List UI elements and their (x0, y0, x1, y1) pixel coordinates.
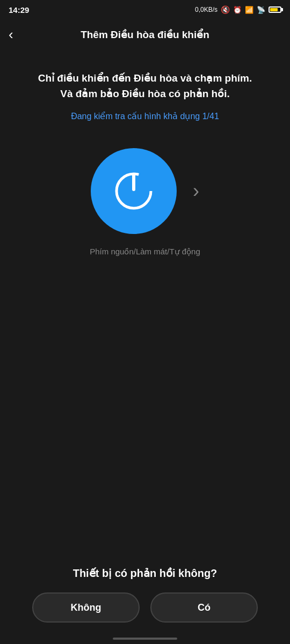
network-speed: 0,0KB/s (195, 6, 218, 13)
battery-fill (270, 8, 278, 11)
header: ‹ Thêm Điều hòa điều khiển (0, 19, 290, 49)
bottom-section: Thiết bị có phản hồi không? Không Có (0, 554, 290, 644)
power-button[interactable] (91, 148, 177, 234)
power-icon (115, 172, 153, 210)
question-text: Thiết bị có phản hồi không? (16, 567, 274, 580)
button-row: Không Có (16, 592, 274, 623)
power-button-label: Phím nguồn/Làm mát/Tự động (16, 247, 274, 257)
instruction-text: Chỉ điều khiển đến Điều hòa và chạm phím… (16, 71, 274, 101)
page-title: Thêm Điều hòa điều khiển (81, 28, 209, 41)
main-content: Chỉ điều khiển đến Điều hòa và chạm phím… (0, 49, 290, 267)
back-button[interactable]: ‹ (9, 27, 13, 41)
no-button[interactable]: Không (32, 592, 140, 623)
power-section: › (16, 148, 274, 234)
status-bar: 14:29 0,0KB/s 🔇 ⏰ 📶 📡 (0, 0, 290, 19)
alarm-icon: ⏰ (233, 6, 242, 14)
signal-icon: 📶 (245, 6, 253, 14)
home-indicator (113, 638, 177, 640)
next-chevron-icon[interactable]: › (193, 180, 199, 202)
status-time: 14:29 (9, 5, 29, 14)
status-icons: 0,0KB/s 🔇 ⏰ 📶 📡 (195, 5, 281, 14)
battery-icon (269, 6, 281, 13)
checking-status-text: Đang kiểm tra cấu hình khả dụng 1/41 (16, 111, 274, 121)
yes-button[interactable]: Có (150, 592, 258, 623)
mute-icon: 🔇 (221, 5, 230, 14)
wifi-icon: 📡 (257, 6, 265, 14)
